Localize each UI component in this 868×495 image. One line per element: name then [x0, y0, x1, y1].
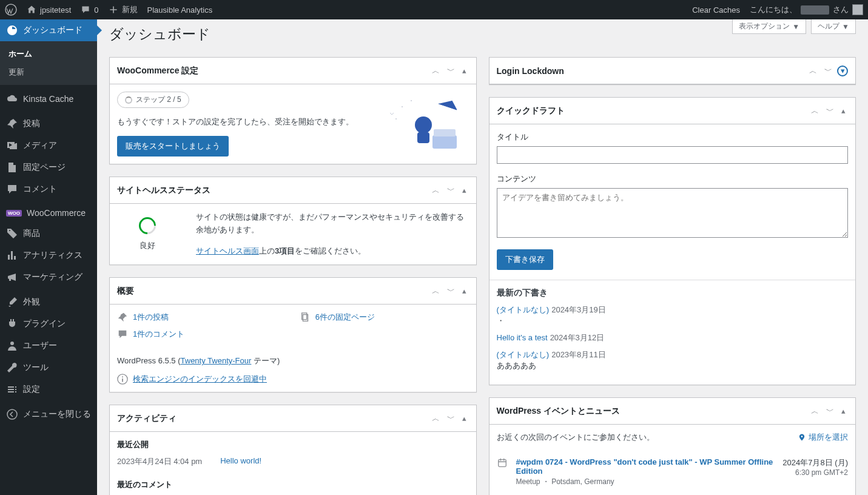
- cloud-icon: [6, 93, 18, 105]
- toggle-icon[interactable]: ▾: [837, 66, 848, 76]
- user-icon: [6, 340, 18, 352]
- move-down-icon[interactable]: ﹀: [445, 286, 457, 297]
- submenu-updates[interactable]: 更新: [0, 63, 97, 81]
- move-up-icon[interactable]: ︿: [429, 413, 442, 424]
- home-icon: [27, 5, 36, 15]
- menu-collapse[interactable]: メニューを閉じる: [0, 403, 97, 425]
- menu-plugins[interactable]: プラグイン: [0, 313, 97, 335]
- comment-icon: [81, 5, 90, 15]
- info-icon: [117, 374, 128, 385]
- at-a-glance-widget: 概要 ︿﹀▴ 1件の投稿 6件の固定ページ 1件のコメント WordPress …: [109, 277, 477, 392]
- health-action: サイトヘルス画面上の3項目をご確認ください。: [196, 245, 469, 258]
- woo-icon: WOO: [6, 210, 22, 217]
- toggle-icon[interactable]: ▴: [839, 106, 848, 115]
- health-desc: サイトの状態は健康ですが、まだパフォーマンスやセキュリティを改善する余地がありま…: [196, 211, 469, 237]
- menu-users[interactable]: ユーザー: [0, 335, 97, 357]
- toggle-icon[interactable]: ▴: [839, 406, 848, 416]
- toggle-icon[interactable]: ▴: [460, 286, 469, 295]
- toggle-icon[interactable]: ▴: [460, 66, 469, 75]
- glance-comments[interactable]: 1件のコメント: [117, 329, 275, 340]
- toggle-icon[interactable]: ▴: [460, 414, 469, 423]
- svg-point-2: [7, 409, 17, 419]
- menu-comments[interactable]: コメント: [0, 178, 97, 200]
- menu-marketing[interactable]: マーケティング: [0, 266, 97, 288]
- svg-point-7: [402, 106, 403, 107]
- events-title: WordPress イベントとニュース: [497, 406, 621, 417]
- plausible-link[interactable]: Plausible Analytics: [143, 0, 218, 19]
- menu-settings[interactable]: 設定: [0, 379, 97, 400]
- save-draft-button[interactable]: 下書き保存: [497, 249, 553, 270]
- site-health-title: サイトヘルスステータス: [117, 185, 210, 196]
- menu-tools[interactable]: ツール: [0, 357, 97, 379]
- move-up-icon[interactable]: ︿: [429, 185, 442, 196]
- site-name-link[interactable]: jpsitetest: [22, 0, 76, 19]
- screen-options-button[interactable]: 表示オプション ▼: [732, 19, 806, 34]
- select-location-link[interactable]: 場所を選択: [798, 432, 848, 443]
- search-engines-link[interactable]: 検索エンジンのインデックスを回避中: [133, 374, 267, 385]
- draft-link[interactable]: Hello it's a test: [497, 333, 548, 342]
- draft-content-label: コンテンツ: [497, 173, 849, 184]
- event-link[interactable]: #wpdm 0724 - WordPress "don't code just …: [516, 457, 773, 476]
- recent-comments-heading: 最近のコメント: [117, 479, 469, 490]
- draft-title-input[interactable]: [497, 146, 849, 164]
- wp-version: WordPress 6.5.5 (Twenty Twenty-Four テーマ): [117, 348, 469, 366]
- product-icon: [6, 227, 18, 240]
- move-down-icon[interactable]: ﹀: [445, 66, 457, 76]
- wp-logo[interactable]: [0, 0, 22, 19]
- help-button[interactable]: ヘルプ ▼: [811, 19, 856, 34]
- plus-icon: [109, 5, 118, 15]
- site-health-link[interactable]: サイトヘルス画面: [196, 246, 259, 255]
- draft-content-textarea[interactable]: [497, 188, 849, 238]
- draft-link[interactable]: (タイトルなし): [497, 350, 550, 359]
- health-status-label: 良好: [117, 240, 178, 251]
- clear-caches-link[interactable]: Clear Caches: [687, 0, 745, 19]
- menu-dashboard[interactable]: ダッシュボード: [0, 19, 97, 41]
- menu-media[interactable]: メディア: [0, 135, 97, 157]
- new-content-link[interactable]: 新規: [104, 0, 143, 19]
- submenu-home[interactable]: ホーム: [0, 45, 97, 63]
- move-down-icon[interactable]: ﹀: [445, 185, 457, 196]
- theme-link[interactable]: Twenty Twenty-Four: [181, 356, 252, 365]
- move-up-icon[interactable]: ︿: [809, 406, 821, 417]
- move-up-icon[interactable]: ︿: [809, 106, 821, 116]
- draft-title-label: タイトル: [497, 132, 849, 143]
- media-icon: [6, 140, 18, 152]
- my-account[interactable]: こんにちは、———さん: [745, 0, 868, 19]
- svg-rect-11: [498, 460, 506, 467]
- comments-link[interactable]: 0: [76, 0, 103, 19]
- menu-woocommerce[interactable]: WOOWooCommerce: [0, 203, 97, 223]
- toggle-icon[interactable]: ▴: [460, 186, 469, 195]
- events-intro: お近くの次回のイベントにご参加ください。: [497, 432, 654, 443]
- glance-title: 概要: [117, 286, 134, 297]
- menu-kinsta[interactable]: Kinsta Cache: [0, 88, 97, 110]
- move-up-icon[interactable]: ︿: [429, 286, 442, 297]
- menu-products[interactable]: 商品: [0, 223, 97, 244]
- menu-pages[interactable]: 固定ページ: [0, 157, 97, 178]
- woo-setup-title: WooCommerce 設定: [117, 66, 198, 76]
- login-lockdown-title: Login Lockdown: [497, 66, 564, 76]
- start-selling-button[interactable]: 販売をスタートしましょう: [117, 136, 229, 157]
- quick-draft-title: クイックドラフト: [497, 106, 565, 116]
- move-down-icon[interactable]: ﹀: [822, 66, 835, 76]
- svg-point-9: [395, 118, 397, 120]
- draft-link[interactable]: (タイトルなし): [497, 305, 550, 314]
- activity-post-link[interactable]: Hello world!: [220, 456, 261, 467]
- menu-posts[interactable]: 投稿: [0, 113, 97, 135]
- collapse-icon: [6, 408, 18, 420]
- admin-bar: jpsitetest 0 新規 Plausible Analytics Clea…: [0, 0, 868, 19]
- brush-icon: [6, 296, 18, 308]
- draft-item: Hello it's a test2024年3月12日: [497, 332, 849, 343]
- move-up-icon[interactable]: ︿: [429, 66, 442, 76]
- pin-icon: [6, 118, 18, 130]
- glance-posts[interactable]: 1件の投稿: [117, 312, 275, 323]
- menu-analytics[interactable]: アナリティクス: [0, 244, 97, 266]
- move-up-icon[interactable]: ︿: [807, 66, 819, 76]
- glance-pages[interactable]: 6件の固定ページ: [300, 312, 458, 323]
- menu-appearance[interactable]: 外観: [0, 291, 97, 313]
- move-down-icon[interactable]: ﹀: [445, 413, 457, 424]
- move-down-icon[interactable]: ﹀: [824, 106, 836, 116]
- page-icon: [6, 161, 18, 173]
- megaphone-icon: [6, 271, 18, 283]
- health-gauge: 良好: [117, 217, 178, 251]
- move-down-icon[interactable]: ﹀: [824, 406, 836, 417]
